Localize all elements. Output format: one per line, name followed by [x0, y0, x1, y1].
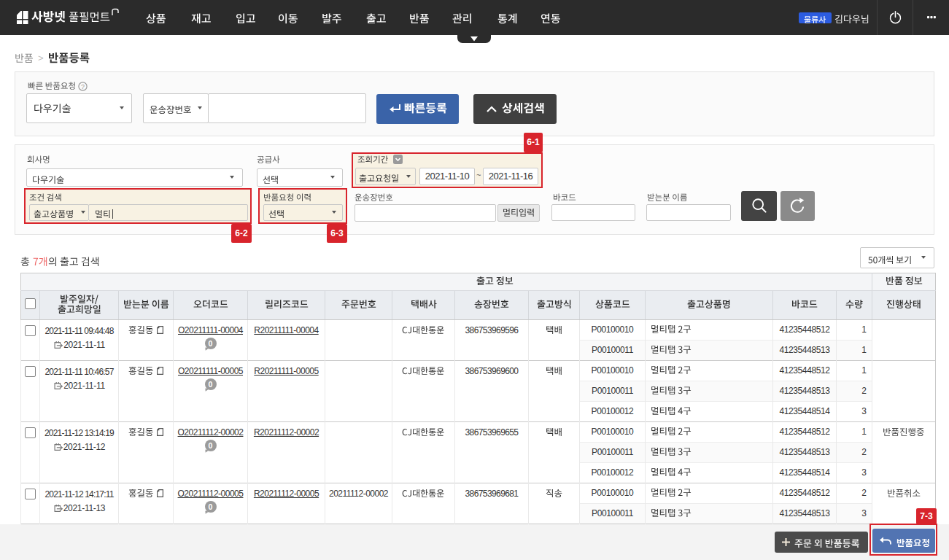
- svg-text:?: ?: [81, 83, 85, 90]
